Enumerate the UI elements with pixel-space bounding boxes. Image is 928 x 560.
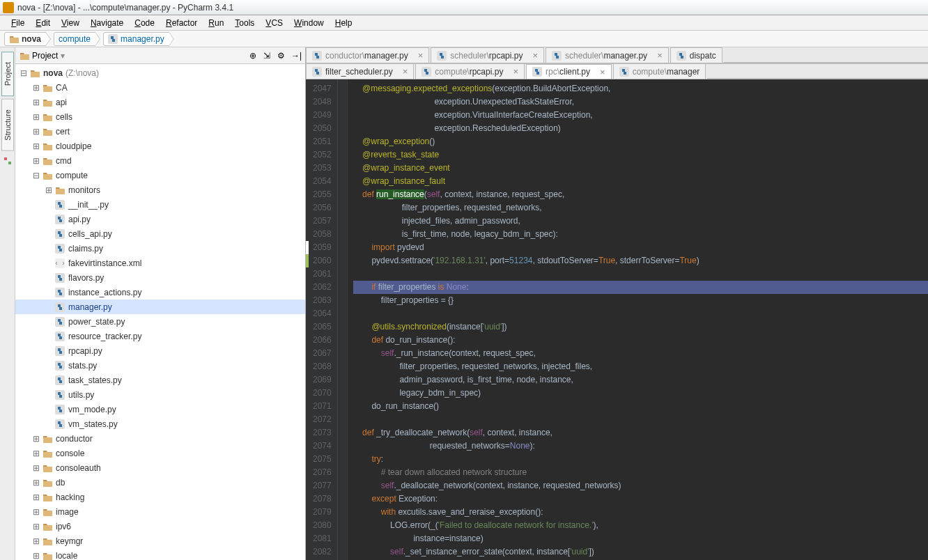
tree-node[interactable]: task_states.py	[15, 373, 305, 387]
menu-help[interactable]: Help	[330, 17, 358, 29]
line-number[interactable]: 2074	[313, 440, 332, 453]
tree-node[interactable]: ⊞ipv6	[15, 519, 305, 534]
tree-node[interactable]: cells_api.py	[15, 226, 305, 241]
tree-toggle[interactable]: ⊞	[32, 507, 40, 517]
tree-node[interactable]: ⊞keymgr	[15, 534, 305, 548]
code-line[interactable]: except Exception:	[353, 492, 928, 506]
line-number[interactable]: 2059	[313, 241, 332, 254]
editor-tab[interactable]: conductor\manager.py×	[306, 47, 429, 63]
line-number[interactable]: 2063	[313, 294, 332, 307]
code-line[interactable]: exception.UnexpectedTaskStateError,	[353, 95, 928, 109]
line-number[interactable]: 2061	[313, 267, 332, 281]
code-line[interactable]: @reverts_task_state	[353, 148, 928, 162]
editor-tab[interactable]: scheduler\rpcapi.py×	[431, 47, 544, 63]
close-icon[interactable]: ×	[513, 67, 518, 76]
code-line[interactable]	[353, 413, 928, 426]
editor-tab[interactable]: scheduler\manager.py×	[546, 47, 669, 63]
tree-node[interactable]: api.py	[15, 212, 305, 226]
line-number[interactable]: 2067	[313, 347, 332, 360]
line-number[interactable]: 2052	[313, 148, 332, 162]
line-number[interactable]: 2048	[313, 95, 332, 109]
target-icon[interactable]: ⊕	[249, 51, 259, 61]
code-line[interactable]: injected_files, admin_password,	[353, 215, 928, 228]
code-line[interactable]: def run_instance(self, context, instance…	[353, 188, 928, 201]
tree-node[interactable]: ⊞cert	[15, 124, 305, 139]
tree-node[interactable]: power_state.py	[15, 314, 305, 329]
tree-node[interactable]: manager.py	[15, 300, 305, 314]
line-number[interactable]: 2066	[313, 334, 332, 347]
menu-navigate[interactable]: Navigate	[85, 17, 129, 29]
code-line[interactable]: def _try_deallocate_network(self, contex…	[353, 426, 928, 440]
line-number[interactable]: 2047	[313, 82, 332, 95]
tree-node[interactable]: ⊞consoleauth	[15, 460, 305, 475]
breadcrumb-segment[interactable]: manager.py	[103, 32, 169, 46]
line-number[interactable]: 2073	[313, 426, 332, 440]
code-line[interactable]: admin_password, is_first_time, node, ins…	[353, 373, 928, 387]
line-number[interactable]: 2055	[313, 188, 332, 201]
line-number[interactable]: 2058	[313, 228, 332, 241]
close-icon[interactable]: ×	[418, 51, 424, 60]
line-number[interactable]: 2065	[313, 320, 332, 334]
menu-run[interactable]: Run	[203, 17, 229, 29]
tree-node[interactable]: ⊟nova(Z:\nova)	[15, 65, 305, 80]
line-number[interactable]: 2060	[313, 254, 332, 267]
code-line[interactable]: # tear down allocated network structure	[353, 466, 928, 479]
line-number[interactable]: 2068	[313, 360, 332, 373]
fold-column[interactable]	[338, 79, 348, 560]
editor-tab[interactable]: rpc\client.py×	[526, 64, 612, 79]
code-line[interactable]: self._deallocate_network(context, instan…	[353, 479, 928, 492]
tree-node[interactable]: ⊞monitors	[15, 182, 305, 197]
code-line[interactable]: @messaging.expected_exceptions(exception…	[353, 82, 928, 95]
line-number[interactable]: 2079	[313, 506, 332, 519]
tree-node[interactable]: ⊞cmd	[15, 153, 305, 168]
tree-toggle[interactable]: ⊞	[32, 551, 40, 561]
code-line[interactable]	[353, 307, 928, 320]
tree-node[interactable]: claims.py	[15, 241, 305, 256]
tree-node[interactable]: vm_mode.py	[15, 402, 305, 417]
editor-tab[interactable]: compute\manager	[613, 63, 706, 79]
menu-code[interactable]: Code	[129, 17, 160, 29]
code-line[interactable]: if filter_properties is None:	[353, 281, 928, 294]
tree-toggle[interactable]: ⊞	[32, 478, 40, 488]
tree-toggle[interactable]: ⊞	[32, 449, 40, 458]
code-line[interactable]: self._set_instance_error_state(context, …	[353, 545, 928, 559]
code-line[interactable]	[353, 267, 928, 281]
line-number[interactable]: 2077	[313, 479, 332, 492]
tree-toggle[interactable]: ⊞	[32, 463, 40, 473]
code-line[interactable]: @wrap_instance_fault	[353, 175, 928, 188]
line-number[interactable]: 2069	[313, 373, 332, 387]
close-icon[interactable]: ×	[403, 67, 408, 76]
code-line[interactable]: instance=instance)	[353, 532, 928, 545]
line-number[interactable]: 2072	[313, 413, 332, 426]
line-number[interactable]: 2080	[313, 519, 332, 532]
line-number[interactable]: 2050	[313, 122, 332, 135]
line-number[interactable]: 2081	[313, 532, 332, 545]
line-number[interactable]: 2075	[313, 453, 332, 466]
tree-toggle[interactable]: ⊞	[32, 522, 40, 531]
tree-toggle[interactable]: ⊞	[32, 434, 40, 444]
tree-node[interactable]: ⊞db	[15, 475, 305, 490]
code-line[interactable]: exception.RescheduledException)	[353, 122, 928, 135]
code-line[interactable]: do_run_instance()	[353, 400, 928, 413]
tree-node[interactable]: ⊞cells	[15, 109, 305, 124]
code-line[interactable]: @wrap_instance_event	[353, 162, 928, 175]
code-line[interactable]: pydevd.settrace('192.168.1.31', port=512…	[353, 254, 928, 267]
tree-node[interactable]: ⊞api	[15, 95, 305, 109]
line-number[interactable]: 2082	[313, 545, 332, 559]
code-editor[interactable]: 2047204820492050205120522053205420552056…	[306, 79, 928, 560]
tree-node[interactable]: ⊞console	[15, 446, 305, 460]
tree-node[interactable]: ⊟compute	[15, 168, 305, 182]
line-number-gutter[interactable]: 2047204820492050205120522053205420552056…	[306, 79, 338, 560]
code-line[interactable]: import pydevd	[353, 241, 928, 254]
tree-toggle[interactable]: ⊞	[32, 112, 40, 122]
editor-tab[interactable]: compute\rpcapi.py×	[415, 63, 525, 79]
side-tab-project[interactable]: Project	[1, 52, 14, 96]
menu-view[interactable]: View	[56, 17, 85, 29]
close-icon[interactable]: ×	[532, 51, 538, 60]
line-number[interactable]: 2070	[313, 387, 332, 400]
tree-node[interactable]: fakevirtinstance.xml	[15, 256, 305, 270]
code-line[interactable]: filter_properties, requested_networks,	[353, 201, 928, 215]
line-number[interactable]: 2056	[313, 201, 332, 215]
tree-toggle[interactable]: ⊟	[20, 68, 28, 78]
code-line[interactable]: exception.VirtualInterfaceCreateExceptio…	[353, 109, 928, 122]
